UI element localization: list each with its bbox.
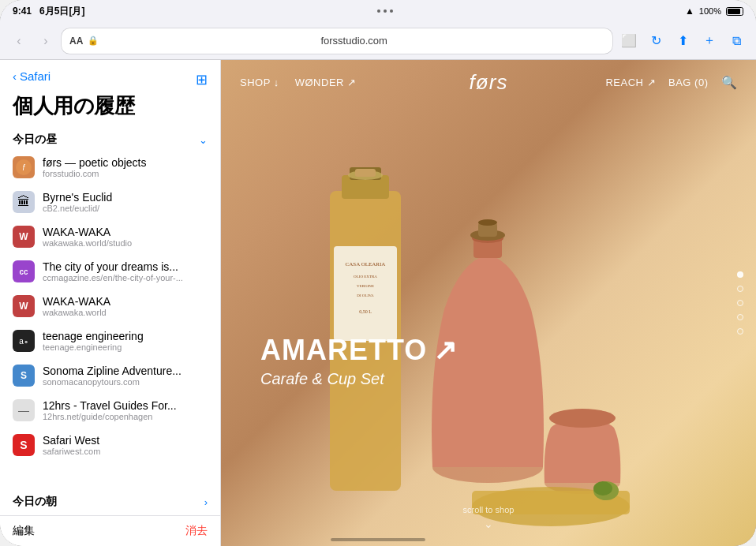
item-title-euclid: Byrne's Euclid <box>43 191 208 204</box>
item-text-safariwest: Safari West safariwest.com <box>43 434 208 456</box>
svg-text:DI OLIVA: DI OLIVA <box>357 294 374 297</box>
item-url-12hrs: 12hrs.net/guide/copenhagen <box>43 412 208 421</box>
wifi-icon: ▲ <box>685 6 694 17</box>
item-title-wakawaka1: WAKA-WAKA <box>43 226 208 238</box>
item-text-teenage: teenage engineering teenage.engineering <box>43 330 208 352</box>
history-item-fors[interactable]: f førs — poetic objects forsstudio.com <box>0 150 220 185</box>
favicon-wakawaka1: W <box>13 226 35 248</box>
scroll-dot-5 <box>737 328 743 335</box>
toolbar-icons: ⬜ ↻ ⬆ ＋ ⧉ <box>617 29 748 53</box>
battery-icon <box>726 7 743 16</box>
history-item-12hrs[interactable]: — 12hrs - Travel Guides For... 12hrs.net… <box>0 393 220 428</box>
sidebar-title-container: 個人用の履歴 <box>0 92 220 126</box>
item-url-euclid: cB2.net/euclid/ <box>43 204 208 213</box>
history-sidebar: ‹ Safari ⊞ 個人用の履歴 今日の昼 ⌄ <box>0 60 221 546</box>
svg-text:OLIO EXTRA: OLIO EXTRA <box>354 275 377 279</box>
item-text-city: The city of your dreams is... ccmagazine… <box>43 260 208 282</box>
wonder-link[interactable]: WØNDER ↗ <box>295 77 357 88</box>
back-chevron-icon: ‹ <box>13 69 17 83</box>
status-bar: 9:41 6月5日[月] ▲ 100% <box>0 0 756 22</box>
scroll-dot-1 <box>737 271 743 278</box>
scroll-dot-4 <box>737 314 743 320</box>
item-title-fors: førs — poetic objects <box>43 156 208 169</box>
item-url-sonoma: sonomacanopytours.com <box>43 377 208 387</box>
forward-button[interactable]: › <box>35 30 57 52</box>
svg-point-22 <box>593 481 612 496</box>
item-url-safariwest: safariwest.com <box>43 447 208 456</box>
web-content: CASA OLEARIA OLIO EXTRA VERGINE DI OLIVA… <box>221 60 756 546</box>
favicon-safariwest: S <box>13 434 35 456</box>
section-today-lunch[interactable]: 今日の昼 ⌄ <box>0 126 220 150</box>
bookmark-button[interactable]: ⬜ <box>617 29 641 53</box>
main-content: ‹ Safari ⊞ 個人用の履歴 今日の昼 ⌄ <box>0 60 756 546</box>
item-url-wakawaka1: wakawaka.world/studio <box>43 238 208 248</box>
edit-button[interactable]: 編集 <box>13 524 35 538</box>
tabs-button[interactable]: ⧉ <box>724 29 748 53</box>
battery-label: 100% <box>699 6 721 16</box>
history-item-city[interactable]: cc The city of your dreams is... ccmagaz… <box>0 254 220 289</box>
back-label: Safari <box>20 69 51 83</box>
sidebar-header: ‹ Safari ⊞ <box>0 60 220 92</box>
ipad-frame: 9:41 6月5日[月] ▲ 100% ‹ › AA <box>0 0 756 546</box>
item-title-safariwest: Safari West <box>43 434 208 447</box>
item-text-sonoma: Sonoma Zipline Adventure... sonomacanopy… <box>43 365 208 387</box>
section-arrow-morning: › <box>204 496 208 508</box>
back-button[interactable]: ‹ <box>8 30 30 52</box>
history-item-euclid[interactable]: 🏛 Byrne's Euclid cB2.net/euclid/ <box>0 185 220 219</box>
svg-text:0,50 L: 0,50 L <box>359 309 372 314</box>
hero-title-text: AMARETTO <box>260 334 427 367</box>
sidebar-footer: 編集 消去 <box>0 515 220 546</box>
home-indicator <box>331 538 425 541</box>
item-url-city: ccmagazine.es/en/the-city-of-your-... <box>43 273 208 282</box>
browser-chrome: ‹ › AA 🔒 forsstudio.com ⬜ ↻ ⬆ ＋ ⧉ <box>0 22 756 60</box>
url-text: forsstudio.com <box>103 35 604 47</box>
svg-point-16 <box>478 219 497 226</box>
reload-button[interactable]: ↻ <box>644 29 668 53</box>
share-button[interactable]: ⬆ <box>671 29 694 53</box>
favicon-sonoma: S <box>13 365 35 387</box>
scroll-chevron-icon: ⌄ <box>484 518 493 530</box>
address-bar[interactable]: AA 🔒 forsstudio.com <box>62 28 612 54</box>
shop-link[interactable]: SHOP ↓ <box>240 77 279 88</box>
favicon-euclid: 🏛 <box>13 191 35 213</box>
section-today-morning[interactable]: 今日の朝 › <box>0 488 220 515</box>
status-right: ▲ 100% <box>685 6 743 17</box>
item-text-euclid: Byrne's Euclid cB2.net/euclid/ <box>43 191 208 213</box>
safari-back-button[interactable]: ‹ Safari <box>13 69 51 83</box>
svg-point-18 <box>549 409 616 428</box>
sidebar-layout-button[interactable]: ⊞ <box>196 71 208 88</box>
reach-link[interactable]: REACH ↗ <box>605 77 656 88</box>
svg-rect-10 <box>355 169 376 177</box>
item-title-12hrs: 12hrs - Travel Guides For... <box>43 399 208 412</box>
nav-left: SHOP ↓ WØNDER ↗ <box>240 77 357 88</box>
favicon-wakawaka2: W <box>13 295 35 317</box>
section-chevron-lunch: ⌄ <box>199 134 208 146</box>
item-url-fors: forsstudio.com <box>43 169 208 178</box>
hero-text: AMARETTO ↗ Carafe & Cup Set <box>260 334 458 388</box>
hero-title-arrow: ↗ <box>433 334 458 367</box>
battery-fill <box>728 9 740 14</box>
search-icon[interactable]: 🔍 <box>721 75 738 90</box>
history-item-sonoma[interactable]: S Sonoma Zipline Adventure... sonomacano… <box>0 358 220 393</box>
history-list: f førs — poetic objects forsstudio.com 🏛 <box>0 150 220 488</box>
dot-1 <box>377 9 380 13</box>
favicon-12hrs: — <box>13 399 35 421</box>
history-item-safariwest[interactable]: S Safari West safariwest.com <box>0 428 220 462</box>
site-logo: førs <box>470 70 508 95</box>
history-item-wakawaka2[interactable]: W WAKA-WAKA wakawaka.world <box>0 289 220 323</box>
favicon-teenage: a∘ <box>13 330 35 352</box>
clear-button[interactable]: 消去 <box>185 524 208 538</box>
scroll-to-shop[interactable]: scroll to shop ⌄ <box>463 505 515 530</box>
scroll-label: scroll to shop <box>463 505 515 514</box>
date-display: 6月5日[月] <box>39 6 84 17</box>
item-text-fors: førs — poetic objects forsstudio.com <box>43 156 208 178</box>
history-item-teenage[interactable]: a∘ teenage engineering teenage.engineeri… <box>0 323 220 358</box>
time-display: 9:41 <box>13 6 32 17</box>
history-item-wakawaka1[interactable]: W WAKA-WAKA wakawaka.world/studio <box>0 219 220 254</box>
add-tab-button[interactable]: ＋ <box>698 29 721 53</box>
nav-right: REACH ↗ BAG (0) 🔍 <box>605 75 737 90</box>
aa-label[interactable]: AA <box>69 36 83 47</box>
section-title-lunch: 今日の昼 <box>13 133 57 147</box>
sidebar-title: 個人用の履歴 <box>13 92 208 120</box>
bag-link[interactable]: BAG (0) <box>668 77 708 88</box>
